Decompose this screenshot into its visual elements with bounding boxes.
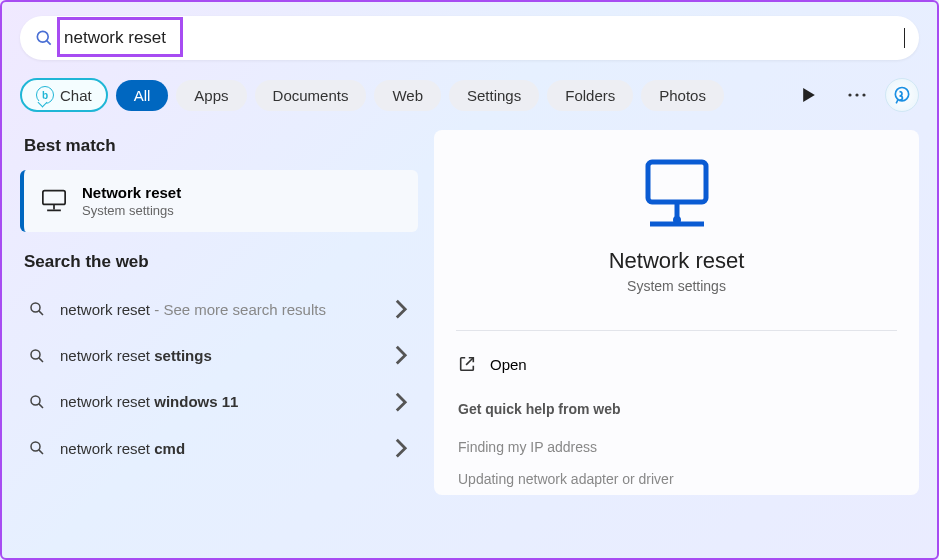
chevron-right-icon [394,344,408,366]
svg-point-0 [37,31,48,42]
web-result[interactable]: network reset settings [20,332,418,378]
web-result-text: network reset windows 11 [60,393,380,410]
chat-tab[interactable]: b Chat [20,78,108,112]
web-result-text: network reset settings [60,347,380,364]
tab-photos[interactable]: Photos [641,80,724,111]
chat-tab-label: Chat [60,87,92,104]
svg-point-15 [31,442,40,451]
detail-subtitle: System settings [627,278,726,294]
network-reset-icon [40,189,68,213]
web-result-text: network reset - See more search results [60,301,380,318]
svg-line-12 [39,357,43,361]
svg-line-14 [39,404,43,408]
search-icon [28,439,46,457]
svg-point-4 [862,93,865,96]
web-result-text: network reset cmd [60,440,380,457]
search-icon [28,393,46,411]
tab-documents[interactable]: Documents [255,80,367,111]
tab-folders[interactable]: Folders [547,80,633,111]
more-icon[interactable] [845,83,869,107]
web-result[interactable]: network reset cmd [20,425,418,471]
bing-badge-icon[interactable] [885,78,919,112]
svg-line-10 [39,311,43,315]
tab-apps[interactable]: Apps [176,80,246,111]
results-list: Best match Network reset System settings… [20,130,418,495]
best-match-subtitle: System settings [82,203,181,218]
svg-rect-17 [648,162,706,202]
svg-point-2 [848,93,851,96]
detail-pane: Network reset System settings Open Get q… [434,130,919,495]
text-caret [904,28,905,48]
best-match-result[interactable]: Network reset System settings [20,170,418,232]
help-link[interactable]: Updating network adapter or driver [456,463,897,495]
help-header: Get quick help from web [458,401,895,417]
svg-line-16 [39,450,43,454]
search-bar[interactable]: network reset [20,16,919,60]
svg-line-1 [47,41,51,45]
tab-all[interactable]: All [116,80,169,111]
chevron-right-icon [394,437,408,459]
svg-point-9 [31,303,40,312]
open-action[interactable]: Open [456,347,897,381]
open-icon [458,355,476,373]
tab-settings[interactable]: Settings [449,80,539,111]
play-icon[interactable] [797,83,821,107]
search-icon [28,300,46,318]
results-area: Best match Network reset System settings… [2,112,937,495]
search-icon [34,28,54,48]
search-input[interactable]: network reset [64,28,904,48]
chevron-right-icon [394,391,408,413]
svg-point-11 [31,350,40,359]
divider [456,330,897,331]
svg-point-3 [855,93,858,96]
search-tabs: b Chat All Apps Documents Web Settings F… [2,60,937,112]
network-reset-large-icon [636,156,718,234]
bing-chat-icon: b [36,86,54,104]
web-result[interactable]: network reset windows 11 [20,379,418,425]
web-result[interactable]: network reset - See more search results [20,286,418,332]
chevron-right-icon [394,298,408,320]
help-link[interactable]: Finding my IP address [456,431,897,463]
tab-web[interactable]: Web [374,80,441,111]
best-match-header: Best match [24,136,414,156]
search-web-header: Search the web [24,252,414,272]
best-match-title: Network reset [82,184,181,201]
svg-point-13 [31,396,40,405]
search-icon [28,347,46,365]
detail-title: Network reset [609,248,745,274]
svg-rect-6 [43,191,65,205]
detail-header: Network reset System settings [456,156,897,310]
open-label: Open [490,356,527,373]
best-match-text: Network reset System settings [82,184,181,218]
